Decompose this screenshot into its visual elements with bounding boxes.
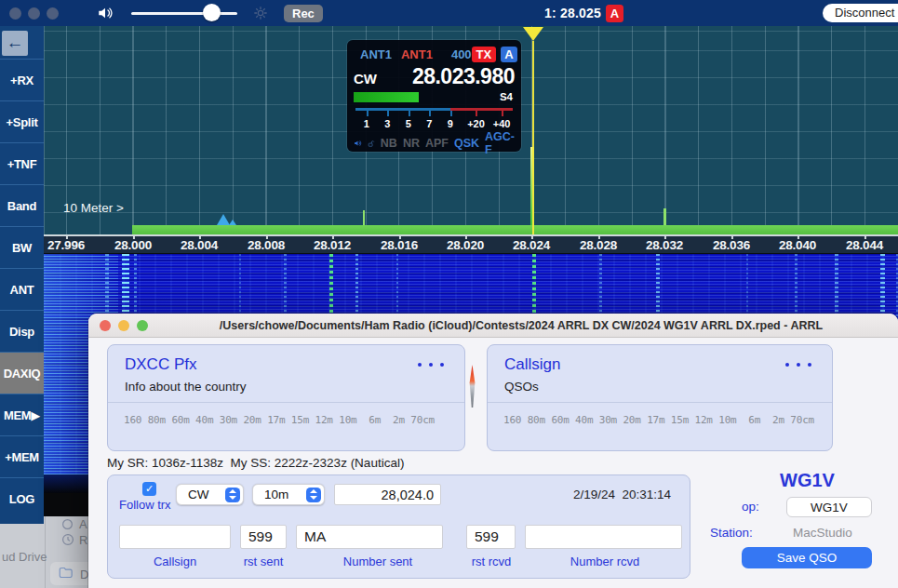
dxcc-panel: DXCC Pfx Info about the country 160 80m …: [107, 344, 465, 451]
number-rcvd-input[interactable]: [525, 525, 682, 549]
sidebar-item-band[interactable]: Band: [0, 184, 44, 226]
close-button[interactable]: [100, 320, 111, 331]
signal-spike: [363, 210, 365, 225]
apf-flag[interactable]: APF: [425, 137, 449, 150]
rst-sent-input[interactable]: [240, 525, 287, 549]
dxcc-band-list: 160 80m 60m 40m 30m 20m 17m 15m 12m 10m …: [124, 414, 435, 426]
panel-divider: [108, 402, 464, 403]
sidebar-item-addmem[interactable]: +MEM: [0, 435, 44, 477]
meter-tick-label: 1: [364, 118, 369, 129]
op-input[interactable]: [786, 497, 872, 517]
op-label: op:: [742, 500, 759, 514]
volume-slider-knob[interactable]: [203, 4, 221, 21]
vfo-a-badge[interactable]: A: [606, 5, 623, 22]
band-select[interactable]: 10m: [252, 484, 325, 505]
window-minimize-button[interactable]: [28, 7, 40, 20]
meter-tick: [429, 111, 431, 116]
stepper-icon: [225, 488, 240, 502]
nr-flag[interactable]: NR: [403, 137, 420, 150]
gear-icon[interactable]: [253, 6, 268, 20]
finder-window-fragment: A R ud Drive D: [0, 516, 88, 588]
window-titlebar[interactable]: /Users/chowe/Documents/Ham Radio (iCloud…: [88, 314, 898, 338]
sidebar-item-rx[interactable]: +RX: [0, 59, 44, 100]
sidebar-item-ant[interactable]: ANT: [0, 268, 44, 310]
disconnect-button[interactable]: Disconnect: [823, 4, 898, 22]
rx-antenna-label[interactable]: ANT1: [360, 47, 392, 61]
qso-datetime: 2/19/24 20:31:14: [573, 488, 671, 501]
tuning-cursor-line[interactable]: [532, 41, 534, 234]
band-select-value: 10m: [264, 488, 288, 501]
sidebar-item-mem[interactable]: MEM▶: [0, 394, 44, 435]
dxcc-panel-title: DXCC Pfx: [125, 355, 196, 374]
spectrum-display[interactable]: 10 Meter > ANT1 ANT1 400 TX A CW 28.023.…: [44, 26, 898, 234]
speaker-icon[interactable]: [354, 136, 362, 151]
meter-tick-label: 9: [448, 118, 453, 129]
frequency-input[interactable]: [334, 484, 441, 505]
ellipsis-menu-icon[interactable]: [785, 363, 811, 367]
sidebar-item-disp[interactable]: Disp: [0, 310, 44, 352]
window-zoom-button[interactable]: [47, 7, 59, 20]
power-level[interactable]: 400: [451, 47, 472, 61]
follow-trx-checkbox[interactable]: ✓: [142, 482, 156, 496]
tuning-cursor-marker[interactable]: [523, 27, 543, 41]
rec-button[interactable]: Rec: [284, 5, 323, 22]
meter-tick-label: +20: [467, 118, 485, 129]
save-qso-button[interactable]: Save QSO: [742, 547, 872, 568]
s-meter-bar: [354, 92, 419, 102]
maximize-button[interactable]: [137, 320, 148, 331]
topbar: Rec 1: 28.025 A Disconnect: [0, 0, 898, 26]
minimize-button[interactable]: [118, 320, 129, 331]
window-close-button[interactable]: [9, 7, 21, 20]
freq-tick: 28.004: [181, 238, 218, 252]
nb-flag[interactable]: NB: [381, 137, 397, 150]
meter-tick-label: 7: [426, 118, 432, 129]
sdr-app-screen: 10 Meter > ANT1 ANT1 400 TX A CW 28.023.…: [0, 0, 898, 588]
sidebar-item-daxiq[interactable]: DAXIQ: [0, 352, 44, 394]
radio-control-panel[interactable]: ANT1 ANT1 400 TX A CW 28.023.980 S4: [347, 40, 521, 152]
unlock-icon[interactable]: [368, 137, 375, 151]
tx-badge[interactable]: TX: [472, 47, 497, 62]
rst-rcvd-input[interactable]: [466, 525, 516, 549]
frequency-scale[interactable]: 27.996 28.000 28.004 28.008 28.012 28.01…: [44, 234, 898, 254]
station-label: Station:: [710, 526, 753, 540]
signal-peak: [217, 214, 230, 225]
number-sent-input[interactable]: [296, 525, 443, 549]
finder-item-documents[interactable]: D: [80, 568, 88, 581]
sidebar-item-bw[interactable]: BW: [0, 226, 44, 268]
sidebar: ← +RX +Split +TNF Band BW ANT Disp DAXIQ…: [0, 26, 44, 524]
s-meter-value: S4: [500, 91, 513, 102]
volume-slider-track[interactable]: [131, 12, 237, 15]
ellipsis-menu-icon[interactable]: [418, 363, 444, 367]
meter-tick: [409, 111, 410, 116]
freq-tick: 28.024: [513, 238, 550, 252]
sidebar-item-tnf[interactable]: +TNF: [0, 142, 44, 184]
frequency-display[interactable]: 28.023.980: [412, 64, 515, 89]
rst-sent-label: rst sent: [244, 555, 284, 568]
pointer-needle-icon: [468, 365, 476, 408]
volume-icon[interactable]: [97, 5, 114, 21]
meter-tick-label: +40: [493, 118, 511, 129]
sidebar-item-split[interactable]: +Split: [0, 100, 44, 142]
sidebar-item-log[interactable]: LOG: [0, 477, 44, 519]
freq-tick: 28.028: [580, 238, 617, 252]
freq-tick: 27.996: [47, 238, 85, 252]
back-button[interactable]: ←: [2, 31, 28, 56]
mode-select[interactable]: CW: [176, 484, 244, 505]
tx-antenna-label[interactable]: ANT1: [401, 47, 433, 61]
freq-tick: 28.036: [713, 238, 750, 252]
finder-item-recents[interactable]: R: [79, 533, 87, 547]
qso-entry-panel: ✓ Follow trx CW 10m 2/19/24 20:31:14 Cal…: [107, 474, 690, 579]
station-value: MacStudio: [793, 526, 852, 540]
finder-item-icloud-drive[interactable]: ud Drive: [2, 550, 47, 564]
finder-item-applications[interactable]: A: [79, 517, 87, 531]
agc-flag[interactable]: AGC-F: [485, 130, 515, 156]
callsign-input[interactable]: [119, 525, 231, 549]
vfo-a-badge[interactable]: A: [501, 47, 516, 62]
freq-tick: 28.000: [114, 238, 152, 252]
band-occupancy-strip: [132, 225, 898, 234]
meter-tick: [450, 111, 452, 116]
meter-line-blue: [355, 108, 452, 111]
mode-select-value: CW: [188, 488, 209, 501]
mode-label[interactable]: CW: [354, 71, 377, 87]
qsk-flag[interactable]: QSK: [454, 137, 479, 150]
